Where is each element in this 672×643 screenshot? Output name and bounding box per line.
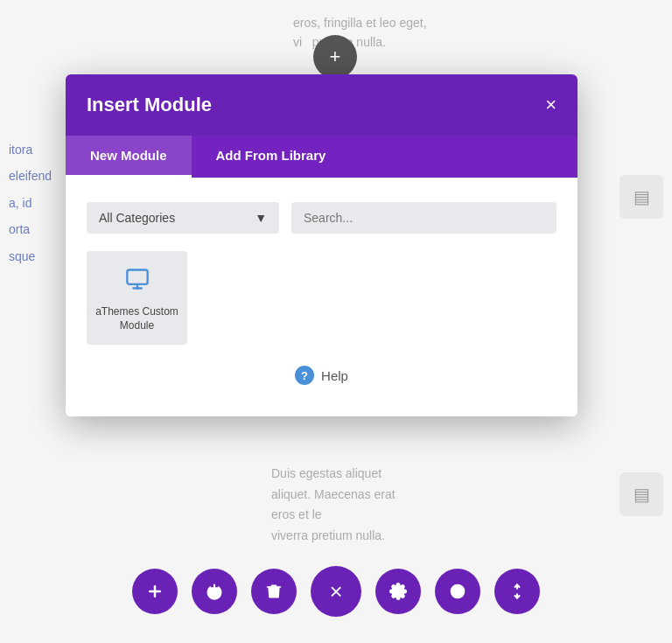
bg-text-bottom: Duis egestas aliquet aliquet. Maecenas e… <box>262 455 490 556</box>
module-grid: aThemes Custom Module <box>87 251 556 345</box>
module-item-athemes[interactable]: aThemes Custom Module <box>87 251 187 345</box>
toolbar-settings-button[interactable] <box>375 569 421 614</box>
modal-header: Insert Module × <box>66 74 578 136</box>
bg-icon-right-top: ▤ <box>620 175 663 219</box>
power-icon <box>206 583 223 600</box>
athemes-module-label: aThemes Custom Module <box>95 305 178 332</box>
modal-body: All Categories ▼ aThemes Custom Module <box>66 178 578 416</box>
dropdown-arrow-icon: ▼ <box>255 211 267 225</box>
trash-icon <box>265 583 283 600</box>
insert-module-modal: Insert Module × New Module Add From Libr… <box>66 74 578 416</box>
tab-add-from-library[interactable]: Add From Library <box>192 136 351 178</box>
category-select[interactable]: All Categories ▼ <box>87 202 279 234</box>
add-module-top-button[interactable]: + <box>313 35 357 79</box>
modal-title: Insert Module <box>87 94 212 116</box>
help-label[interactable]: Help <box>321 368 348 383</box>
gear-icon <box>389 583 407 600</box>
help-icon: ? <box>295 366 314 385</box>
plus-icon <box>146 583 164 600</box>
toolbar-sort-button[interactable] <box>494 569 540 614</box>
tab-new-module[interactable]: New Module <box>66 136 192 178</box>
toolbar-close-button[interactable]: × <box>311 566 361 617</box>
search-input[interactable] <box>291 202 556 234</box>
modal-close-button[interactable]: × <box>545 95 556 115</box>
toolbar-history-button[interactable] <box>435 569 480 614</box>
svg-rect-0 <box>127 270 147 284</box>
toolbar-power-button[interactable] <box>192 569 237 614</box>
toolbar-add-button[interactable] <box>132 569 178 614</box>
clock-icon <box>449 583 466 600</box>
sort-icon <box>508 583 526 600</box>
category-value: All Categories <box>99 211 175 225</box>
toolbar-trash-button[interactable] <box>251 569 297 614</box>
filter-row: All Categories ▼ <box>87 202 556 234</box>
athemes-module-icon <box>125 267 150 297</box>
modal-tabs: New Module Add From Library <box>66 136 578 178</box>
bottom-toolbar: × <box>0 566 672 617</box>
bg-icon-right-bottom: ▤ <box>620 472 663 516</box>
help-row: ? Help <box>87 366 556 385</box>
bg-text-left: itora eleifend a, id orta sque <box>0 131 70 282</box>
